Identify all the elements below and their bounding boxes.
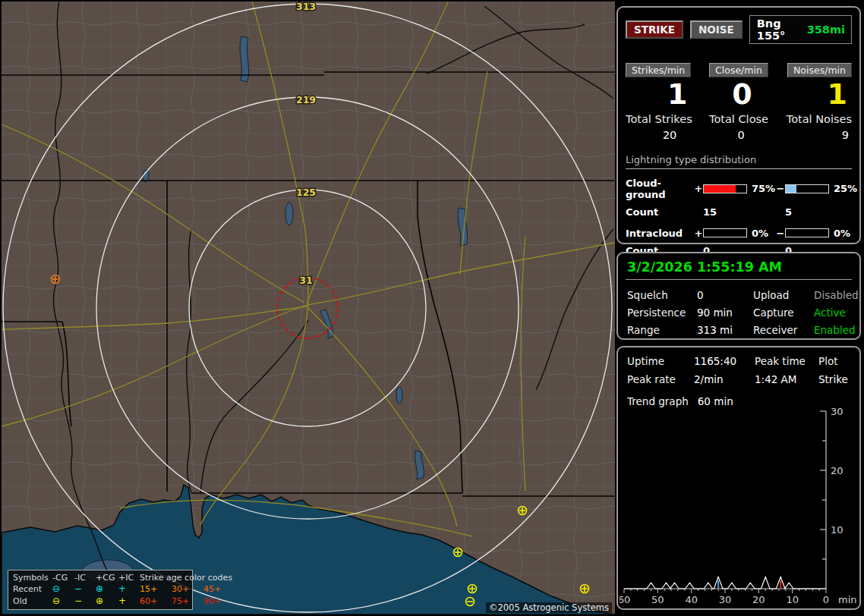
- cg-plus-count: 15: [703, 206, 747, 218]
- plus-sign: +: [694, 228, 703, 239]
- ic-minus-bar: [785, 228, 829, 237]
- capture-label: Capture: [753, 306, 814, 319]
- receiver-label: Receiver: [753, 324, 814, 336]
- minus-sign: −: [776, 183, 785, 194]
- old-pic-icon: +: [118, 596, 140, 607]
- map-panel[interactable]: 31321912531 Symbols -CG -IC +CG +IC Stri…: [2, 2, 615, 614]
- persistence-value: 90 min: [697, 306, 753, 319]
- intracloud-label: Intracloud: [626, 228, 694, 239]
- map-legend: Symbols -CG -IC +CG +IC Strike age color…: [8, 570, 193, 610]
- recent-nic-icon: −: [74, 583, 96, 595]
- bearing-range: 358mi: [807, 24, 845, 36]
- cg-plus-bar: [703, 184, 747, 193]
- cg-minus-pct: 25%: [829, 183, 855, 194]
- ring-label-219: 219: [296, 94, 316, 105]
- plus-cg-strike-icon: [454, 548, 462, 557]
- old-ncg-icon: ⊖: [52, 596, 74, 607]
- svg-text:60: 60: [620, 594, 630, 605]
- cloud-ground-label: Cloud-ground: [626, 178, 694, 200]
- total-close-label: Total Close: [701, 113, 776, 125]
- status-grid: Squelch 0 Upload Disabled Persistence 90…: [626, 289, 852, 336]
- age-15: 15+: [140, 583, 172, 595]
- legend-col-pcg: +CG: [96, 572, 118, 583]
- ring-label-313: 313: [296, 2, 316, 12]
- noises-per-min-header[interactable]: Noises/min: [787, 63, 852, 77]
- minus-sign: −: [776, 228, 785, 239]
- svg-text:40: 40: [685, 594, 698, 605]
- peak-rate-value: 2/min: [694, 373, 755, 385]
- cg-plus-pct: 75%: [747, 183, 776, 194]
- plot-value: Strike: [818, 373, 852, 385]
- bearing-label: Bng 155°: [757, 17, 807, 42]
- trend-box: Uptime 1165:40 Peak time Plot Peak rate …: [616, 346, 861, 610]
- plus-cg-strike-icon: [519, 507, 527, 515]
- old-pcg-icon: ⊕: [96, 596, 118, 607]
- svg-text:10: 10: [786, 594, 799, 605]
- legend-col-ncg: -CG: [52, 572, 74, 583]
- distribution-title: Lightning type distribution: [626, 154, 852, 169]
- recent-pcg-icon: ⊕: [96, 583, 118, 595]
- ring-label-125: 125: [296, 187, 316, 198]
- svg-text:30: 30: [831, 406, 844, 417]
- ic-plus-bar: [703, 228, 747, 237]
- upload-label: Upload: [753, 289, 814, 301]
- side-panel: STRIKE NOISE Bng 155° 358mi Strikes/min …: [616, 0, 864, 616]
- peak-time-value: 1:42 AM: [755, 373, 818, 385]
- receiver-value: Enabled: [814, 324, 859, 336]
- ic-minus-pct: 0%: [829, 228, 855, 239]
- svg-text:min: min: [838, 594, 856, 605]
- cloud-ground-count-row: Count 15 5: [626, 206, 852, 218]
- strike-button[interactable]: STRIKE: [626, 20, 683, 39]
- status-box: 3/2/2026 1:55:19 AM Squelch 0 Upload Dis…: [616, 252, 861, 340]
- svg-text:20: 20: [831, 465, 844, 476]
- age-45: 45+: [203, 583, 232, 595]
- upload-value: Disabled: [814, 289, 859, 301]
- range-value: 313 mi: [697, 324, 753, 336]
- intracloud-row: Intracloud + 0% − 0%: [626, 228, 852, 239]
- lightning-map[interactable]: 31321912531: [2, 2, 615, 614]
- noise-button[interactable]: NOISE: [690, 20, 743, 39]
- total-strikes-value: 20: [626, 129, 701, 141]
- plus-cg-strike-icon: [468, 585, 477, 593]
- stats-grid: Uptime 1165:40 Peak time Plot Peak rate …: [626, 355, 852, 385]
- strikes-column: Strikes/min 1 Total Strikes 20: [626, 62, 701, 141]
- ic-plus-pct: 0%: [747, 228, 776, 239]
- plot-label: Plot: [818, 355, 852, 367]
- plus-sign: +: [694, 183, 703, 194]
- svg-text:50: 50: [651, 594, 664, 605]
- age-75: 75+: [172, 596, 203, 607]
- svg-text:30: 30: [719, 594, 732, 605]
- capture-value: Active: [814, 306, 859, 319]
- peak-time-label: Peak time: [755, 355, 818, 367]
- age-30: 30+: [172, 583, 203, 595]
- cloud-ground-row: Cloud-ground + 75% − 25%: [626, 178, 852, 200]
- mode-button-row: STRIKE NOISE Bng 155° 358mi: [626, 15, 852, 44]
- legend-col-nic: -IC: [74, 572, 96, 583]
- counters-box: STRIKE NOISE Bng 155° 358mi Strikes/min …: [616, 6, 861, 244]
- legend-row-recent-label: Recent: [13, 583, 52, 595]
- old-nic-icon: −: [74, 596, 96, 607]
- close-per-min-value: 0: [701, 79, 776, 111]
- bearing-display: Bng 155° 358mi: [749, 15, 852, 44]
- plus-cg-strike-icon: [581, 585, 589, 593]
- svg-text:20: 20: [752, 594, 765, 605]
- strikes-per-min-header[interactable]: Strikes/min: [626, 63, 691, 77]
- svg-text:10: 10: [831, 524, 844, 536]
- close-per-min-header[interactable]: Close/min: [709, 63, 768, 77]
- squelch-label: Squelch: [627, 289, 697, 301]
- cg-minus-bar-fill: [786, 185, 796, 193]
- persistence-label: Persistence: [627, 306, 697, 319]
- cg-minus-bar: [785, 184, 829, 193]
- close-column: Close/min 0 Total Close 0: [701, 62, 776, 141]
- copyright-text: ©2005 Astrogenic Systems: [486, 602, 612, 613]
- plus-cg-strike-icon: [52, 275, 60, 284]
- app-window: 31321912531 Symbols -CG -IC +CG +IC Stri…: [0, 0, 864, 616]
- squelch-value: 0: [697, 289, 753, 301]
- cg-plus-bar-fill: [704, 185, 736, 193]
- lightning-distribution: Lightning type distribution Cloud-ground…: [626, 154, 852, 256]
- total-noises-label: Total Noises: [777, 113, 852, 125]
- ring-label-31: 31: [299, 275, 312, 286]
- peak-rate-label: Peak rate: [627, 373, 694, 385]
- noises-column: Noises/min 1 Total Noises 9: [777, 62, 852, 141]
- range-label: Range: [627, 324, 697, 336]
